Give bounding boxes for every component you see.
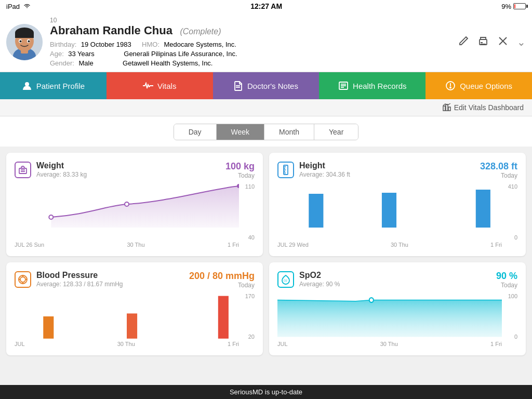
period-btn-group: Day Week Month Year — [174, 124, 359, 140]
bp-icon — [15, 271, 31, 288]
tab-health-records[interactable]: Health Records — [319, 72, 425, 99]
bottom-bar: SeriousMD is up-to-date — [0, 385, 532, 399]
hmo-label: HMO: — [142, 41, 159, 48]
patient-avatar — [6, 24, 43, 60]
svg-text:O2: O2 — [284, 279, 287, 282]
bp-chart-area: 170 20 — [15, 293, 255, 340]
device-label: iPad — [6, 3, 20, 10]
tab-doctors-notes[interactable]: Doctor's Notes — [213, 72, 320, 99]
weight-svg — [15, 183, 239, 230]
bp-value: 200 / 80 mmHg — [189, 271, 255, 282]
spo2-icon: O2 — [277, 271, 294, 288]
height-x-labels: JUL 29 Wed 30 Thu 1 Fri — [277, 242, 517, 248]
height-x-label-3: 1 Fri — [490, 242, 502, 248]
height-chart-card: Height Average: 304.36 ft 328.08 ft Toda… — [269, 153, 526, 256]
height-title-info: Height Average: 304.36 ft — [299, 161, 350, 178]
weight-x-label-1: JUL 26 Sun — [15, 242, 44, 248]
period-year-button[interactable]: Year — [314, 124, 358, 140]
tab-patient-profile[interactable]: Patient Profile — [0, 72, 107, 99]
svg-point-44 — [20, 277, 25, 282]
status-time: 12:27 AM — [250, 2, 282, 10]
hmo3-value: Getawell Health Systems, Inc. — [123, 59, 212, 67]
patient-number: 10 — [50, 17, 458, 24]
svg-rect-40 — [309, 194, 323, 228]
height-y-min: 0 — [514, 234, 517, 241]
close-button[interactable] — [497, 35, 509, 49]
svg-rect-42 — [476, 190, 490, 228]
spo2-x-label-1: JUL — [277, 341, 288, 347]
bp-title-section: Blood Pressure Average: 128.33 / 81.67 m… — [15, 271, 123, 288]
weight-title-section: Weight Average: 83.33 kg — [15, 161, 87, 178]
svg-rect-51 — [218, 296, 229, 339]
svg-rect-25 — [443, 106, 445, 111]
height-title: Height — [299, 161, 350, 170]
svg-point-32 — [125, 202, 129, 206]
spo2-value: 90 % — [496, 271, 517, 282]
period-month-button[interactable]: Month — [264, 124, 314, 140]
height-avg: Average: 304.36 ft — [299, 171, 350, 178]
svg-point-53 — [369, 298, 374, 302]
age-row: Age: 33 Years Generali Pilipinas Life As… — [50, 49, 237, 58]
height-x-label-1: JUL 29 Wed — [277, 242, 309, 248]
bp-chart-header: Blood Pressure Average: 128.33 / 81.67 m… — [15, 271, 255, 289]
bp-date: Today — [189, 282, 255, 289]
period-week-button[interactable]: Week — [217, 124, 265, 140]
spo2-title: SpO2 — [299, 271, 340, 280]
weight-y-max: 110 — [245, 183, 255, 190]
height-current: 328.08 ft Today — [480, 161, 517, 179]
weight-current: 100 kg Today — [225, 161, 255, 179]
svg-rect-50 — [127, 313, 137, 338]
age-label: Age: — [50, 50, 64, 58]
patient-details-row: Birthday: 19 October 1983 HMO: Medocare … — [50, 39, 458, 68]
spo2-chart-header: O2 SpO2 Average: 90 % 90 % Today — [277, 271, 517, 289]
svg-point-8 — [20, 41, 22, 43]
bp-x-label-3: 1 Fri — [228, 341, 239, 347]
tab-vitals[interactable]: Vitals — [107, 72, 213, 99]
height-date: Today — [480, 172, 517, 179]
charts-grid: Weight Average: 83.33 kg 100 kg Today 11… — [0, 147, 532, 362]
status-left: iPad — [6, 3, 31, 10]
svg-rect-5 — [15, 33, 34, 38]
spo2-title-info: SpO2 Average: 90 % — [299, 271, 340, 288]
status-right: 9% — [501, 3, 526, 10]
weight-x-label-2: 30 Thu — [127, 242, 145, 248]
spo2-y-max: 100 — [508, 293, 517, 299]
gender-row: Gender: Male Getawell Health Systems, In… — [50, 58, 237, 68]
spo2-chart-card: O2 SpO2 Average: 90 % 90 % Today 100 — [269, 262, 526, 355]
edit-vitals-dashboard-button[interactable]: Edit Vitals Dashboard — [443, 103, 524, 112]
patient-info: 10 Abraham Randle Chua (Complete) Birthd… — [50, 17, 458, 68]
weight-chart-card: Weight Average: 83.33 kg 100 kg Today 11… — [6, 153, 263, 256]
birthday-label: Birthday: — [50, 41, 76, 48]
bp-title-info: Blood Pressure Average: 128.33 / 81.67 m… — [36, 271, 123, 288]
patient-header: 10 Abraham Randle Chua (Complete) Birthd… — [0, 12, 532, 72]
weight-title-info: Weight Average: 83.33 kg — [36, 161, 87, 178]
height-icon — [277, 162, 294, 178]
bp-x-label-2: 30 Thu — [117, 341, 135, 347]
bp-svg — [15, 293, 239, 340]
spo2-svg — [277, 293, 502, 340]
svg-rect-26 — [446, 104, 448, 111]
bp-title: Blood Pressure — [36, 271, 123, 280]
period-day-button[interactable]: Day — [174, 124, 217, 140]
spo2-title-section: O2 SpO2 Average: 90 % — [277, 271, 340, 288]
bottom-bar-text: SeriousMD is up-to-date — [230, 388, 302, 396]
header-actions: ⌄ — [458, 35, 526, 49]
battery-icon — [513, 3, 526, 9]
toolbar: Edit Vitals Dashboard — [0, 99, 532, 116]
patient-left-details: Birthday: 19 October 1983 HMO: Medocare … — [50, 39, 237, 68]
svg-rect-41 — [382, 193, 396, 228]
nav-tabs: Patient Profile Vitals Doctor's Notes He… — [0, 72, 532, 99]
edit-button[interactable] — [458, 35, 469, 49]
weight-y-min: 40 — [248, 234, 255, 241]
bp-x-labels: JUL 30 Thu 1 Fri — [15, 341, 255, 347]
chevron-down-icon: ⌄ — [517, 36, 526, 48]
battery-label: 9% — [501, 3, 511, 10]
spo2-x-label-2: 30 Thu — [380, 341, 398, 347]
print-button[interactable] — [477, 35, 489, 49]
tab-queue-options[interactable]: Queue Options — [425, 72, 532, 99]
height-svg — [277, 183, 502, 230]
birthday-value: 19 October 1983 — [81, 41, 131, 48]
birthday-row: Birthday: 19 October 1983 HMO: Medocare … — [50, 39, 237, 49]
height-title-section: Height Average: 304.36 ft — [277, 161, 350, 178]
spo2-current: 90 % Today — [496, 271, 517, 289]
